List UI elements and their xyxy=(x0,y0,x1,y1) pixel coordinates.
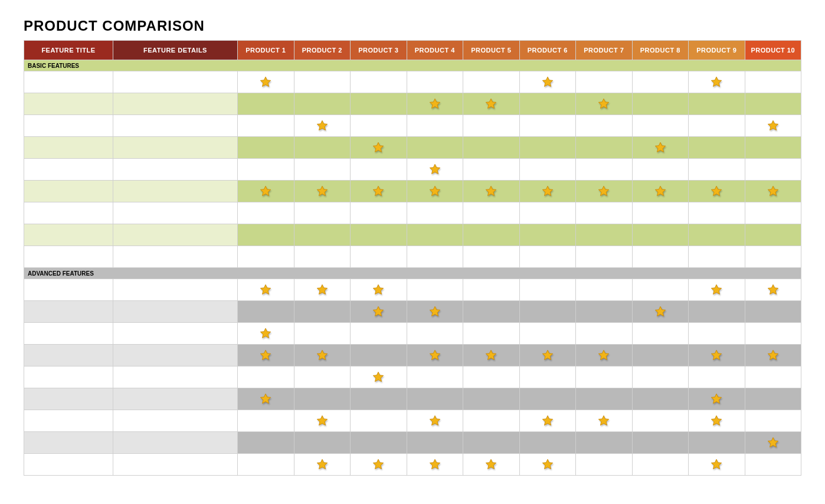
feature-cell[interactable] xyxy=(632,137,689,159)
feature-cell[interactable] xyxy=(689,224,745,246)
feature-cell[interactable] xyxy=(745,246,801,268)
feature-title-cell[interactable] xyxy=(24,71,113,93)
feature-details-cell[interactable] xyxy=(113,115,238,137)
feature-title-cell[interactable] xyxy=(24,181,113,202)
feature-cell[interactable] xyxy=(407,159,463,181)
feature-cell[interactable] xyxy=(351,93,407,115)
feature-cell[interactable] xyxy=(689,115,745,137)
feature-cell[interactable] xyxy=(463,224,520,246)
feature-cell[interactable] xyxy=(576,366,633,388)
feature-cell[interactable] xyxy=(632,224,689,246)
feature-cell[interactable] xyxy=(294,159,351,181)
feature-cell[interactable] xyxy=(351,432,407,454)
feature-details-cell[interactable] xyxy=(113,159,238,181)
feature-cell[interactable] xyxy=(294,301,351,323)
feature-cell[interactable] xyxy=(351,115,407,137)
feature-cell[interactable] xyxy=(407,93,463,115)
feature-cell[interactable] xyxy=(407,366,463,388)
feature-cell[interactable] xyxy=(519,454,576,476)
feature-cell[interactable] xyxy=(632,454,689,476)
feature-cell[interactable] xyxy=(294,246,351,268)
feature-cell[interactable] xyxy=(294,388,351,410)
feature-cell[interactable] xyxy=(576,224,633,246)
feature-cell[interactable] xyxy=(519,388,576,410)
feature-cell[interactable] xyxy=(463,159,520,181)
feature-cell[interactable] xyxy=(407,137,463,159)
feature-cell[interactable] xyxy=(351,454,407,476)
feature-cell[interactable] xyxy=(689,246,745,268)
feature-title-cell[interactable] xyxy=(24,388,113,410)
feature-cell[interactable] xyxy=(745,323,801,345)
feature-title-cell[interactable] xyxy=(24,224,113,246)
feature-cell[interactable] xyxy=(632,345,689,366)
feature-cell[interactable] xyxy=(238,181,294,202)
feature-cell[interactable] xyxy=(294,323,351,345)
feature-cell[interactable] xyxy=(689,366,745,388)
feature-cell[interactable] xyxy=(632,301,689,323)
feature-cell[interactable] xyxy=(294,115,351,137)
feature-cell[interactable] xyxy=(576,202,633,224)
feature-cell[interactable] xyxy=(463,345,520,366)
feature-cell[interactable] xyxy=(463,432,520,454)
feature-cell[interactable] xyxy=(294,71,351,93)
feature-cell[interactable] xyxy=(407,410,463,432)
feature-details-cell[interactable] xyxy=(113,71,238,93)
feature-cell[interactable] xyxy=(745,345,801,366)
feature-cell[interactable] xyxy=(745,279,801,301)
feature-cell[interactable] xyxy=(632,432,689,454)
feature-cell[interactable] xyxy=(407,345,463,366)
feature-title-cell[interactable] xyxy=(24,93,113,115)
feature-cell[interactable] xyxy=(576,345,633,366)
feature-details-cell[interactable] xyxy=(113,301,238,323)
feature-title-cell[interactable] xyxy=(24,410,113,432)
feature-cell[interactable] xyxy=(519,224,576,246)
feature-cell[interactable] xyxy=(576,410,633,432)
feature-cell[interactable] xyxy=(745,202,801,224)
feature-cell[interactable] xyxy=(689,410,745,432)
feature-cell[interactable] xyxy=(463,202,520,224)
feature-title-cell[interactable] xyxy=(24,345,113,366)
feature-cell[interactable] xyxy=(632,181,689,202)
feature-cell[interactable] xyxy=(351,301,407,323)
feature-cell[interactable] xyxy=(351,345,407,366)
feature-details-cell[interactable] xyxy=(113,181,238,202)
feature-details-cell[interactable] xyxy=(113,224,238,246)
feature-cell[interactable] xyxy=(576,181,633,202)
feature-cell[interactable] xyxy=(463,388,520,410)
feature-cell[interactable] xyxy=(689,432,745,454)
feature-title-cell[interactable] xyxy=(24,301,113,323)
feature-cell[interactable] xyxy=(745,410,801,432)
feature-cell[interactable] xyxy=(519,323,576,345)
feature-cell[interactable] xyxy=(576,279,633,301)
feature-cell[interactable] xyxy=(632,159,689,181)
feature-cell[interactable] xyxy=(407,301,463,323)
feature-cell[interactable] xyxy=(238,137,294,159)
feature-cell[interactable] xyxy=(294,137,351,159)
feature-cell[interactable] xyxy=(689,388,745,410)
feature-cell[interactable] xyxy=(463,366,520,388)
feature-cell[interactable] xyxy=(519,137,576,159)
feature-cell[interactable] xyxy=(632,366,689,388)
feature-cell[interactable] xyxy=(238,115,294,137)
feature-cell[interactable] xyxy=(576,432,633,454)
feature-cell[interactable] xyxy=(351,323,407,345)
feature-cell[interactable] xyxy=(632,410,689,432)
feature-cell[interactable] xyxy=(632,93,689,115)
feature-cell[interactable] xyxy=(745,454,801,476)
feature-cell[interactable] xyxy=(294,432,351,454)
feature-cell[interactable] xyxy=(689,137,745,159)
feature-cell[interactable] xyxy=(463,454,520,476)
feature-cell[interactable] xyxy=(238,279,294,301)
feature-cell[interactable] xyxy=(519,410,576,432)
feature-cell[interactable] xyxy=(689,301,745,323)
feature-cell[interactable] xyxy=(407,181,463,202)
feature-cell[interactable] xyxy=(407,224,463,246)
feature-cell[interactable] xyxy=(745,366,801,388)
feature-cell[interactable] xyxy=(519,246,576,268)
feature-details-cell[interactable] xyxy=(113,410,238,432)
feature-cell[interactable] xyxy=(632,202,689,224)
feature-cell[interactable] xyxy=(519,279,576,301)
feature-cell[interactable] xyxy=(351,388,407,410)
feature-cell[interactable] xyxy=(745,159,801,181)
feature-cell[interactable] xyxy=(632,115,689,137)
